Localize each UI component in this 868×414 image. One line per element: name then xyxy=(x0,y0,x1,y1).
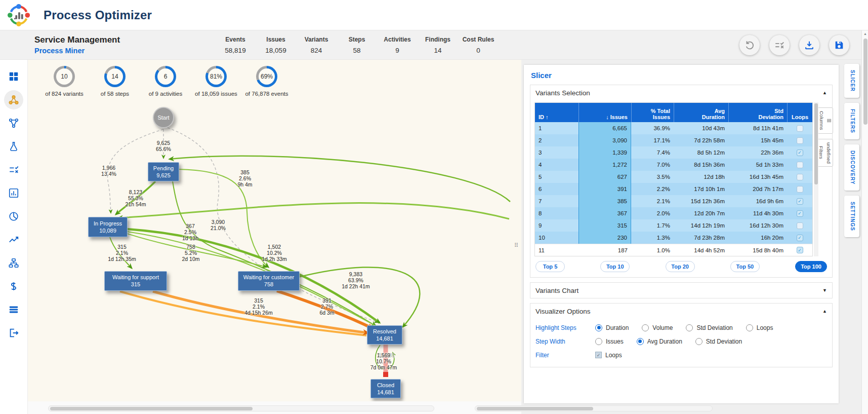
table-row-variant-9[interactable]: 93151.7%14d 12h 19m16d 12h 30m xyxy=(535,219,812,232)
kpi-of-824-variants[interactable]: 10of 824 variants xyxy=(39,66,90,97)
sidebar-item-cost[interactable] xyxy=(4,277,23,296)
sidebar-item-experiments[interactable] xyxy=(4,137,23,156)
columns-tool-button[interactable]: Columns xyxy=(817,107,833,134)
sidebar-item-log-list[interactable] xyxy=(4,300,23,319)
loops-checkbox[interactable] xyxy=(797,137,803,144)
radio-avg-duration[interactable]: Avg Duration xyxy=(637,338,682,345)
cell-pct: 1.7% xyxy=(631,219,674,232)
sidebar-item-bar-chart[interactable] xyxy=(4,183,23,203)
loops-checkbox[interactable] xyxy=(797,162,803,168)
sidebar-item-dashboard[interactable] xyxy=(4,67,23,86)
tab-filters[interactable]: FILTERS xyxy=(844,103,859,139)
table-row-variant-7[interactable]: 73852.1%15d 12h 36m16d 9h 6m✓ xyxy=(535,195,812,207)
slicer-panel: Slicer Variants Selection ▲ ID ↑↓ Issues… xyxy=(524,65,839,403)
panel-horizontal-scrollbar[interactable] xyxy=(475,405,713,411)
tab-discovery[interactable]: DISCOVERY xyxy=(844,144,859,191)
stat-activities: Activities9 xyxy=(377,36,418,54)
view-title[interactable]: Process Miner xyxy=(34,47,171,55)
table-row-variant-4[interactable]: 41,2727.0%8d 15h 36m5d 1h 33m xyxy=(535,159,812,171)
table-row-variant-5[interactable]: 56273.5%12d 18h16d 13h 45m xyxy=(535,171,812,183)
undo-button[interactable] xyxy=(739,35,760,55)
clear-selection-button[interactable] xyxy=(769,35,790,55)
table-row-variant-1[interactable]: 16,66536.9%10d 43m8d 11h 41m xyxy=(535,122,812,134)
radio-loops[interactable]: Loops xyxy=(746,324,773,331)
column-header--issues[interactable]: ↓ Issues xyxy=(578,103,631,122)
edge-label: 9,625 65.6% xyxy=(128,140,199,152)
table-row-variant-10[interactable]: 102301.3%7d 23h 28m16h 20m✓ xyxy=(535,232,812,244)
sidebar-item-pie-chart[interactable] xyxy=(4,207,23,226)
column-header-loops[interactable]: Loops xyxy=(787,103,812,122)
radio-issues[interactable]: Issues xyxy=(595,338,624,345)
kpi-of-18-059-issues[interactable]: 81%of 18,059 issues xyxy=(191,66,241,97)
kpi-of-76-878-events[interactable]: 69%of 76,878 events xyxy=(241,66,292,97)
canvas-horizontal-scrollbar[interactable] xyxy=(48,405,434,411)
loops-checkbox[interactable] xyxy=(797,125,803,132)
page-vertical-scrollbar[interactable]: ▲ xyxy=(861,30,868,414)
loops-checkbox[interactable]: ✓ xyxy=(797,210,803,217)
sidebar-item-conformance-checklist[interactable] xyxy=(4,160,23,179)
column-header-avg-duration[interactable]: Avg Duration xyxy=(674,103,728,122)
download-button[interactable] xyxy=(799,35,819,55)
kpi-ring: 69% xyxy=(256,66,277,87)
loops-checkbox[interactable]: ✓ xyxy=(797,247,803,253)
sidebar-item-trend[interactable] xyxy=(4,230,23,249)
table-row-variant-3[interactable]: 31,3397.4%8d 5h 12m22h 36m✓ xyxy=(535,146,812,159)
tab-settings[interactable]: SETTINGS xyxy=(844,196,859,237)
process-map-canvas[interactable]: 10of 824 variants14of 58 steps6of 9 acti… xyxy=(28,60,521,401)
top-50-button[interactable]: Top 50 xyxy=(730,261,760,272)
top-100-button[interactable]: Top 100 xyxy=(795,261,827,272)
filters-tool-button[interactable]: undefinedFilters xyxy=(817,139,833,167)
top-20-button[interactable]: Top 20 xyxy=(666,261,695,272)
save-button[interactable] xyxy=(829,35,849,55)
loops-checkbox[interactable] xyxy=(797,174,803,180)
checkbox-loops[interactable]: ✓Loops xyxy=(595,352,622,359)
sidebar-item-hierarchy[interactable] xyxy=(4,253,23,273)
scroll-up-icon[interactable]: ▲ xyxy=(863,32,867,35)
tab-slicer[interactable]: SLICER xyxy=(844,64,859,98)
process-node-closed[interactable]: Closed14,681 xyxy=(370,379,401,398)
table-row-variant-2[interactable]: 23,09017.1%7d 22h 58m15h 45m xyxy=(535,134,812,146)
loops-checkbox[interactable] xyxy=(797,222,803,229)
loops-checkbox[interactable]: ✓ xyxy=(797,149,803,156)
table-row-variant-6[interactable]: 63912.2%17d 10h 1m20d 7h 17m xyxy=(535,183,812,195)
panel-resize-handle[interactable]: ⠿ xyxy=(514,242,518,249)
process-node-in-progress[interactable]: In Progress10,089 xyxy=(88,217,128,237)
top-10-button[interactable]: Top 10 xyxy=(600,261,630,272)
expand-arrow-icon[interactable]: ▼ xyxy=(822,288,827,293)
process-node-start[interactable]: Start xyxy=(153,107,174,128)
kpi-of-58-steps[interactable]: 14of 58 steps xyxy=(90,66,140,97)
loops-checkbox[interactable]: ✓ xyxy=(797,198,803,205)
sidebar-item-exit[interactable] xyxy=(4,323,23,343)
table-row-variant-11[interactable]: 111871.0%14d 4h 52m15d 8h 40m✓ xyxy=(535,244,812,256)
kpi-label: of 76,878 events xyxy=(245,91,288,97)
column-header-id-[interactable]: ID ↑ xyxy=(535,103,578,122)
table-scrollbar[interactable] xyxy=(814,102,818,256)
column-header-std-deviation[interactable]: Std Deviation xyxy=(728,103,787,122)
radio-std-deviation[interactable]: Std Deviation xyxy=(686,324,732,331)
cell-std: 22h 36m xyxy=(728,146,787,159)
process-node-waiting-for-support[interactable]: Waiting for support315 xyxy=(104,271,167,291)
process-node-waiting-for-customer[interactable]: Waiting for customer758 xyxy=(238,271,300,291)
loops-checkbox[interactable]: ✓ xyxy=(797,235,803,241)
sidebar-item-connections[interactable] xyxy=(4,114,23,133)
slicer-title: Slicer xyxy=(531,71,833,80)
process-node-pending[interactable]: Pending9,625 xyxy=(148,162,179,181)
cell-avg: 10d 43m xyxy=(674,122,728,134)
top-5-button[interactable]: Top 5 xyxy=(535,261,565,272)
edge-label: 367 2.5% 1d 13h xyxy=(155,223,226,241)
cell-issues: 1,272 xyxy=(578,159,631,171)
radio-volume[interactable]: Volume xyxy=(642,324,673,331)
project-title: Service Management xyxy=(34,35,171,45)
column-header--total-issues[interactable]: % Total Issues xyxy=(631,103,674,122)
cell-avg: 12d 18h xyxy=(674,171,728,183)
kpi-of-9-activities[interactable]: 6of 9 activities xyxy=(140,66,191,97)
collapse-arrow-icon[interactable]: ▲ xyxy=(822,309,827,314)
collapse-arrow-icon[interactable]: ▲ xyxy=(822,90,827,95)
table-row-variant-8[interactable]: 83672.0%12d 20h 7m11d 4h 30m✓ xyxy=(535,207,812,219)
loops-checkbox[interactable] xyxy=(797,186,803,193)
radio-duration[interactable]: Duration xyxy=(595,324,629,331)
process-node-resolved[interactable]: Resolved14,681 xyxy=(367,325,402,345)
cell-pct: 2.2% xyxy=(631,183,674,195)
radio-std-deviation[interactable]: Std Deviation xyxy=(695,338,742,345)
sidebar-item-process-model[interactable] xyxy=(4,90,23,109)
